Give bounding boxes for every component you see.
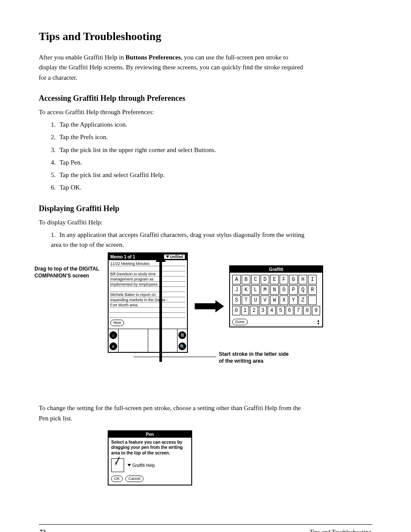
graffiti-cell: N: [270, 285, 279, 295]
home-icon[interactable]: ⌂: [109, 331, 117, 339]
done-button[interactable]: Done: [232, 319, 248, 325]
writing-numbers[interactable]: [148, 329, 177, 352]
footer-rule: [39, 524, 372, 525]
memo-category-picker[interactable]: Unfiled: [164, 254, 186, 259]
memo-line: [110, 266, 185, 271]
graffiti-cell: T: [242, 296, 250, 305]
callout-start: Start stroke in the letter side of the w…: [219, 351, 294, 364]
graffiti-cell: H: [299, 275, 307, 284]
arrow-right-icon: [195, 303, 224, 309]
to-access-line: To access Graffiti Help through Preferen…: [39, 107, 372, 117]
pen-picklist[interactable]: Graffiti Help: [128, 463, 155, 468]
graffiti-cell: B: [242, 275, 250, 284]
ok-button[interactable]: OK: [111, 476, 123, 482]
memo-line: 11/22 Meeting Minutes: [110, 261, 185, 266]
pen-instruction: Select a feature you can access by dragg…: [111, 440, 189, 456]
graffiti-cell: Z: [299, 296, 307, 305]
to-display-line: To display Graffiti Help:: [39, 218, 372, 227]
graffiti-help-screen: Graffiti ABCDEFGHI JKLMNOPQR STUVWXYZ 01…: [229, 265, 323, 327]
menu-icon[interactable]: ≡: [109, 342, 117, 350]
pen-titlebar: Pen: [109, 431, 191, 438]
memo-title: Memo 1 of 1: [110, 255, 135, 259]
graffiti-cell: S: [232, 296, 241, 305]
graffiti-cell: M: [261, 285, 269, 295]
scroll-arrows-icon[interactable]: ▲▼: [317, 319, 320, 325]
writing-letters[interactable]: [118, 329, 148, 352]
memo-line: Bill Davidson to study time: [110, 271, 185, 277]
graffiti-cell: A: [232, 275, 241, 284]
memo-line: [110, 287, 185, 292]
memo-line: implemented by employees.: [110, 282, 185, 287]
graffiti-title: Graffiti: [269, 267, 283, 272]
graffiti-cell: X: [280, 296, 288, 305]
graffiti-cell: G: [289, 275, 298, 284]
page-footer: 72 Tips and Troubleshooting: [39, 529, 372, 532]
footer-title: Tips and Troubleshooting: [310, 529, 371, 532]
intro-paragraph-2: To change the setting for the full-scree…: [39, 403, 306, 423]
memo-line: expanding markets in the Dallas -: [110, 297, 185, 302]
graffiti-cell: E: [270, 275, 279, 284]
step-a3: 3.Tap the pick list in the upper right c…: [51, 145, 309, 155]
graffiti-cell: C: [251, 275, 260, 284]
memo-line: [110, 313, 185, 318]
graffiti-cell: K: [242, 285, 250, 295]
step-a6: 6.Tap OK.: [51, 183, 309, 193]
graffiti-cell: 3: [259, 306, 267, 315]
graffiti-cell: I: [308, 275, 317, 284]
figure-memo-graffiti: Drag to top of the DIGITAL COMPANION'S s…: [39, 252, 372, 399]
intro-1b: Buttons Preferences: [125, 54, 181, 61]
memo-line: Michele Baker to report on: [110, 292, 185, 297]
graffiti-cell: Y: [289, 296, 298, 305]
graffiti-titlebar: Graffiti: [230, 266, 322, 273]
silk-area: ⌂ ≡ ⊞ 🔍: [109, 329, 187, 352]
step-d1: 1.In any application that accepts Graffi…: [51, 230, 309, 250]
page-number: 72: [40, 529, 46, 532]
step-a5: 5.Tap the pick list and select Graffiti …: [51, 170, 309, 180]
graffiti-cell: D: [261, 275, 269, 284]
step-a1: 1.Tap the Applications icon.: [51, 120, 309, 130]
page-heading: Tips and Troubleshooting: [39, 30, 372, 43]
graffiti-cell: O: [280, 285, 288, 295]
graffiti-cell: J: [232, 285, 241, 295]
memo-titlebar: Memo 1 of 1 Unfiled: [109, 253, 187, 260]
graffiti-cell: [308, 296, 317, 305]
memo-screen: Memo 1 of 1 Unfiled 11/22 Meeting Minute…: [108, 252, 188, 353]
dropdown-icon: [166, 255, 169, 258]
graffiti-cell: U: [251, 296, 260, 305]
pointer-line: [134, 357, 216, 357]
pen-stroke-icon: [111, 458, 124, 472]
graffiti-cell: 4: [268, 306, 276, 315]
graffiti-cell: 8: [303, 306, 311, 315]
figure-pen-dialog: Pen Select a feature you can access by d…: [39, 430, 372, 512]
writing-area[interactable]: [118, 329, 177, 352]
graffiti-cell: P: [289, 285, 298, 295]
graffiti-cell: V: [261, 296, 269, 305]
section-display-title: Displaying Graffiti Help: [39, 204, 372, 213]
section-accessing-title: Accessing Graffiti Help through Preferen…: [39, 94, 372, 103]
step-a4: 4.Tap Pen.: [51, 158, 309, 168]
memo-line: Fort Worth area.: [110, 302, 185, 308]
intro-1a: After you enable Graffiti Help in: [39, 54, 125, 61]
graffiti-cell: 1: [241, 306, 249, 315]
graffiti-cell: F: [280, 275, 288, 284]
intro-paragraph-1: After you enable Graffiti Help in Button…: [39, 53, 306, 83]
dropdown-icon: [128, 464, 131, 467]
cancel-button[interactable]: Cancel: [125, 476, 143, 482]
step-a2: 2.Tap the Prefs icon.: [51, 132, 309, 142]
stroke-arrow-icon: [159, 260, 162, 362]
memo-line: [110, 308, 185, 313]
memo-body[interactable]: 11/22 Meeting Minutes Bill Davidson to s…: [109, 260, 187, 329]
graffiti-cell: 9: [312, 306, 320, 315]
graffiti-cell: Q: [299, 285, 307, 295]
graffiti-cell: 7: [294, 306, 302, 315]
graffiti-cell: 2: [250, 306, 258, 315]
graffiti-cell: W: [270, 296, 279, 305]
find-icon[interactable]: 🔍: [178, 342, 186, 350]
callout-drag: Drag to top of the DIGITAL COMPANION'S s…: [34, 265, 103, 279]
memo-line: management program as: [110, 277, 185, 282]
pen-dialog: Pen Select a feature you can access by d…: [108, 430, 192, 486]
graffiti-cell: 6: [286, 306, 294, 315]
calc-icon[interactable]: ⊞: [178, 331, 186, 339]
new-button[interactable]: New: [110, 320, 124, 326]
graffiti-cell: R: [308, 285, 317, 295]
